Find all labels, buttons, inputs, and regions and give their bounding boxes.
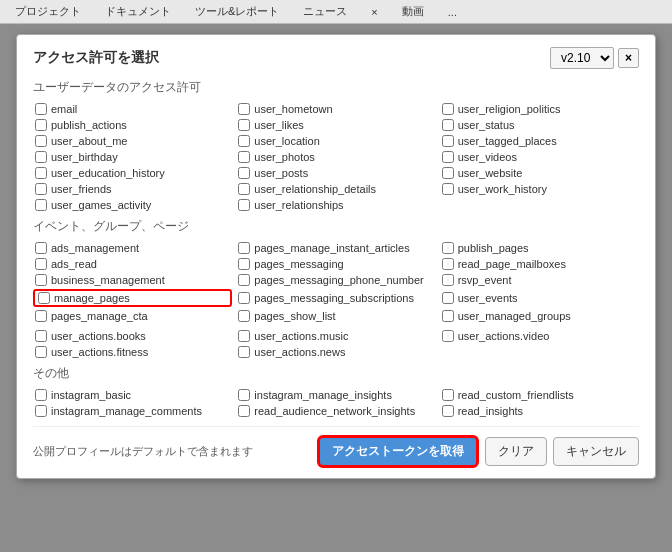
tab-bar: プロジェクト ドキュメント ツール&レポート ニュース × 動画 ... — [0, 0, 672, 24]
section-title-events: イベント、グループ、ページ — [33, 218, 639, 235]
dialog-close-button[interactable]: × — [618, 48, 639, 68]
checkbox-read-audience-network[interactable] — [238, 405, 250, 417]
checkbox-rsvp-event[interactable] — [442, 274, 454, 286]
checkbox-pages-messaging-subs[interactable] — [238, 292, 250, 304]
perm-user-education: user_education_history — [33, 166, 232, 180]
cancel-button[interactable]: キャンセル — [553, 437, 639, 466]
perm-user-videos: user_videos — [440, 150, 639, 164]
checkbox-user-location[interactable] — [238, 135, 250, 147]
get-token-button[interactable]: アクセストークンを取得 — [317, 435, 479, 468]
checkbox-user-actions-video[interactable] — [442, 330, 454, 342]
checkbox-user-friends[interactable] — [35, 183, 47, 195]
perm-publish-pages: publish_pages — [440, 241, 639, 255]
checkbox-user-photos[interactable] — [238, 151, 250, 163]
checkbox-instagram-basic[interactable] — [35, 389, 47, 401]
checkbox-user-actions-books[interactable] — [35, 330, 47, 342]
perm-manage-pages: manage_pages — [33, 289, 232, 307]
checkbox-pages-instant-articles[interactable] — [238, 242, 250, 254]
perm-user-events: user_events — [440, 289, 639, 307]
checkbox-read-insights[interactable] — [442, 405, 454, 417]
perm-instagram-manage-comments: instagram_manage_comments — [33, 404, 232, 418]
perm-empty-5 — [440, 345, 639, 359]
checkbox-user-actions-news[interactable] — [238, 346, 250, 358]
checkbox-user-tagged[interactable] — [442, 135, 454, 147]
perm-pages-messaging: pages_messaging — [236, 257, 435, 271]
checkbox-pages-show-list[interactable] — [238, 310, 250, 322]
checkbox-user-relationship-details[interactable] — [238, 183, 250, 195]
user-data-grid: email user_hometown user_religion_politi… — [33, 102, 639, 212]
perm-user-hometown: user_hometown — [236, 102, 435, 116]
perm-read-insights: read_insights — [440, 404, 639, 418]
clear-button[interactable]: クリア — [485, 437, 547, 466]
checkbox-user-status[interactable] — [442, 119, 454, 131]
perm-user-relationship-details: user_relationship_details — [236, 182, 435, 196]
perm-empty-4 — [440, 325, 639, 327]
tab-close[interactable]: × — [360, 2, 388, 22]
checkbox-user-actions-music[interactable] — [238, 330, 250, 342]
perm-ads-management: ads_management — [33, 241, 232, 255]
checkbox-read-custom-friendlists[interactable] — [442, 389, 454, 401]
perm-user-managed-groups: user_managed_groups — [440, 309, 639, 323]
checkbox-user-posts[interactable] — [238, 167, 250, 179]
checkbox-user-education[interactable] — [35, 167, 47, 179]
perm-user-website: user_website — [440, 166, 639, 180]
checkbox-instagram-manage-comments[interactable] — [35, 405, 47, 417]
perm-read-custom-friendlists: read_custom_friendlists — [440, 388, 639, 402]
checkbox-user-managed-groups[interactable] — [442, 310, 454, 322]
perm-user-religion: user_religion_politics — [440, 102, 639, 116]
checkbox-pages-messaging-phone[interactable] — [238, 274, 250, 286]
perm-pages-instant-articles: pages_manage_instant_articles — [236, 241, 435, 255]
checkbox-manage-pages[interactable] — [38, 292, 50, 304]
checkbox-user-birthday[interactable] — [35, 151, 47, 163]
perm-user-relationships: user_relationships — [236, 198, 435, 212]
checkbox-email[interactable] — [35, 103, 47, 115]
perm-user-location: user_location — [236, 134, 435, 148]
checkbox-user-likes[interactable] — [238, 119, 250, 131]
version-select[interactable]: v2.10 v2.9 v2.8 — [550, 47, 614, 69]
events-grid: ads_management pages_manage_instant_arti… — [33, 241, 639, 359]
tab-news[interactable]: ニュース — [292, 0, 358, 23]
checkbox-user-about-me[interactable] — [35, 135, 47, 147]
checkbox-pages-manage-cta[interactable] — [35, 310, 47, 322]
perm-publish-actions: publish_actions — [33, 118, 232, 132]
checkbox-user-hometown[interactable] — [238, 103, 250, 115]
checkbox-pages-messaging[interactable] — [238, 258, 250, 270]
checkbox-publish-pages[interactable] — [442, 242, 454, 254]
perm-user-about-me: user_about_me — [33, 134, 232, 148]
perm-user-likes: user_likes — [236, 118, 435, 132]
perm-read-audience-network: read_audience_network_insights — [236, 404, 435, 418]
checkbox-read-page-mailboxes[interactable] — [442, 258, 454, 270]
tab-more[interactable]: ... — [437, 2, 468, 22]
perm-pages-messaging-phone: pages_messaging_phone_number — [236, 273, 435, 287]
tab-project[interactable]: プロジェクト — [4, 0, 92, 23]
permission-dialog: アクセス許可を選択 v2.10 v2.9 v2.8 × ユーザーデータのアクセス… — [16, 34, 656, 479]
checkbox-user-work-history[interactable] — [442, 183, 454, 195]
checkbox-ads-read[interactable] — [35, 258, 47, 270]
dialog-overlay: アクセス許可を選択 v2.10 v2.9 v2.8 × ユーザーデータのアクセス… — [0, 24, 672, 552]
checkbox-user-actions-fitness[interactable] — [35, 346, 47, 358]
perm-user-actions-fitness: user_actions.fitness — [33, 345, 232, 359]
checkbox-ads-management[interactable] — [35, 242, 47, 254]
other-grid: instagram_basic instagram_manage_insight… — [33, 388, 639, 418]
checkbox-publish-actions[interactable] — [35, 119, 47, 131]
perm-user-birthday: user_birthday — [33, 150, 232, 164]
dialog-controls: v2.10 v2.9 v2.8 × — [550, 47, 639, 69]
checkbox-business-management[interactable] — [35, 274, 47, 286]
checkbox-user-relationships[interactable] — [238, 199, 250, 211]
perm-user-actions-books: user_actions.books — [33, 329, 232, 343]
perm-user-actions-music: user_actions.music — [236, 329, 435, 343]
perm-pages-messaging-subs: pages_messaging_subscriptions — [236, 289, 435, 307]
checkbox-user-videos[interactable] — [442, 151, 454, 163]
checkbox-user-events[interactable] — [442, 292, 454, 304]
perm-user-status: user_status — [440, 118, 639, 132]
tab-document[interactable]: ドキュメント — [94, 0, 182, 23]
perm-pages-show-list: pages_show_list — [236, 309, 435, 323]
checkbox-user-religion[interactable] — [442, 103, 454, 115]
checkbox-instagram-manage-insights[interactable] — [238, 389, 250, 401]
checkbox-user-games[interactable] — [35, 199, 47, 211]
perm-user-friends: user_friends — [33, 182, 232, 196]
checkbox-user-website[interactable] — [442, 167, 454, 179]
tab-tools[interactable]: ツール&レポート — [184, 0, 290, 23]
tab-video[interactable]: 動画 — [391, 0, 435, 23]
perm-user-tagged: user_tagged_places — [440, 134, 639, 148]
